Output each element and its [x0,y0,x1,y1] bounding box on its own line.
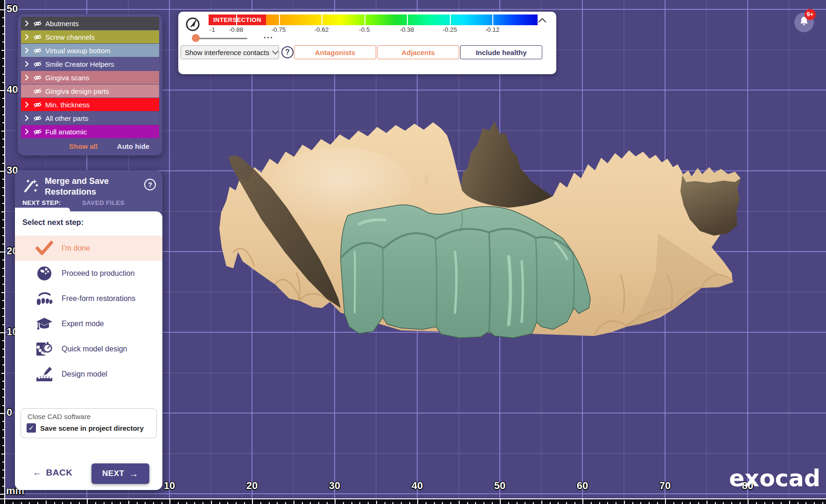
ruler-tick [1,292,4,293]
tab-next-step[interactable]: NEXT STEP: [22,199,61,206]
ruler-tick [2,486,4,487]
threshold-slider-track[interactable] [196,38,247,39]
option-label: Proceed to production [62,269,135,278]
chevron-right-icon[interactable] [25,34,33,40]
threshold-slider-knob[interactable] [192,34,200,42]
include-healthy-button[interactable]: Include healthy [460,45,542,59]
brand-logo: exocad [729,465,820,492]
layer-row-min-thickness[interactable]: Min. thickness [21,98,159,111]
chevron-right-icon[interactable] [25,74,33,81]
eye-off-icon[interactable] [33,128,45,135]
layer-row-gingiva-design-parts[interactable]: Gingiva design parts [21,84,159,98]
eye-off-icon[interactable] [33,20,45,27]
chevron-right-icon[interactable] [25,61,33,67]
ruler-tick [351,502,352,504]
ruler-tick [277,502,278,504]
option-free-form-restorations[interactable]: Free-form restorations [15,286,162,311]
layer-row-virtual-waxup-bottom[interactable]: Virtual waxup bottom [21,44,159,57]
ruler-tick [599,502,600,504]
ruler-tick [211,501,212,504]
option-im-done[interactable]: I'm done [15,236,162,261]
ruler-number: 70 [659,480,671,492]
option-design-model[interactable]: Design model [15,362,162,387]
layer-row-screw-channels[interactable]: Screw channels [21,30,159,43]
contacts-mode-select[interactable]: Show interference contacts [181,45,279,59]
ruler-tick [591,502,592,504]
ruler-tick [450,502,451,504]
active-tab-indicator [15,208,70,211]
layer-row-smile-creator-helpers[interactable]: Smile Creator Helpers [21,57,159,70]
eye-off-icon[interactable] [33,34,45,41]
option-proceed-to-production[interactable]: Proceed to production [15,261,162,286]
eye-off-icon[interactable] [33,74,45,81]
ruler-tick [269,502,270,504]
layer-label: Screw channels [45,33,95,41]
ruler-tick [2,17,4,18]
layer-label: Virtual waxup bottom [45,47,111,55]
ruler-tick [4,499,5,504]
checkbox-checked-icon[interactable]: ✓ [27,423,36,433]
layer-row-full-anatomic[interactable]: Full anatomic [21,125,159,138]
intersection-colormap[interactable]: INTERSECTION [209,14,538,25]
eye-off-icon[interactable] [33,115,45,122]
arrow-left-icon: ← [33,467,42,478]
back-button[interactable]: ← BACK [33,467,72,478]
next-button[interactable]: NEXT → [91,463,149,484]
intersection-title: INTERSECTION [209,14,266,25]
ruler-number: 10 [164,480,175,492]
close-cad-label: Close CAD software [28,413,91,420]
tab-saved-files[interactable]: SAVED FILES [82,199,125,206]
option-expert-mode[interactable]: Expert mode [15,311,162,336]
intersection-panel: INTERSECTION -1-0.88 -0.75-0.62 -0.5-0.3… [178,12,556,74]
ruler-number: 0 [7,406,12,419]
ruler-tick [29,502,30,504]
dental-model[interactable] [201,112,765,355]
layer-row-abutments[interactable]: Abutments [21,17,159,30]
colormap-divider [364,14,365,25]
chevron-down-icon [272,48,279,55]
gauge-icon[interactable] [184,16,201,35]
ruler-tick [1,373,4,374]
ruler-tick [1,211,4,212]
ruler-tick [483,502,484,504]
chevron-right-icon[interactable] [25,20,33,27]
ruler-tick [789,501,790,504]
ruler-tick [2,139,4,140]
adjacents-button[interactable]: Adjacents [377,45,459,59]
ruler-tick [2,437,4,438]
ruler-tick [385,502,385,504]
intersection-scale-ticks: -1-0.88 -0.75-0.62 -0.5-0.38 -0.25-0.12 [209,26,538,35]
eye-off-icon[interactable] [33,88,45,95]
ruler-tick [2,259,4,260]
layer-row-gingiva-scans[interactable]: Gingiva scans [21,71,159,84]
ruler-tick [657,502,658,504]
ruler-tick [120,502,121,504]
chevron-right-icon[interactable] [25,128,33,135]
wizard-title: Merge and Save Restorations [45,176,138,197]
eye-off-icon[interactable] [33,61,45,68]
ruler-tick [756,502,757,504]
ruler-tick [0,90,4,91]
auto-hide-button[interactable]: Auto hide [117,142,149,150]
chevron-right-icon[interactable] [25,115,33,121]
merge-save-wizard: Merge and Save Restorations ? NEXT STEP:… [15,170,162,490]
colormap-divider [279,14,280,25]
ruler-tick [252,499,253,504]
ruler-tick [37,502,38,504]
help-icon[interactable]: ? [144,179,156,190]
antagonists-button[interactable]: Antagonists [294,45,376,59]
eye-off-icon[interactable] [33,101,45,108]
chevron-right-icon[interactable] [25,101,33,108]
ruler-tick [178,502,179,504]
help-icon[interactable]: ? [281,46,294,58]
collapse-panel-chevron-icon[interactable] [539,18,546,26]
ruler-tick [781,502,782,504]
option-quick-model-design[interactable]: Quick model design [15,336,162,362]
layer-row-all-other-parts[interactable]: All other parts [21,112,159,125]
model-antagonist-hump [460,121,553,211]
notifications-button[interactable]: 9+ [794,13,814,32]
save-scene-checkbox-row[interactable]: ✓ Save scene in project directory [27,423,144,433]
chevron-right-icon[interactable] [25,47,33,54]
eye-off-icon[interactable] [33,47,45,54]
show-all-button[interactable]: Show all [69,142,98,150]
